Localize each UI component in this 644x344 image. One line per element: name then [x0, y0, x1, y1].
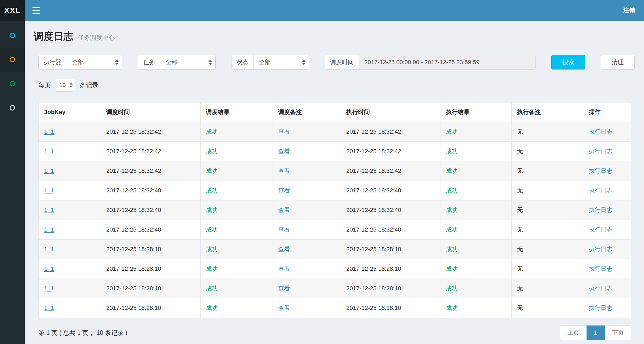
pagination: 上页 1 下页: [560, 325, 631, 340]
page-size-control: 每页 10 条记录: [25, 79, 644, 92]
jobkey-link[interactable]: 1_1: [44, 226, 54, 233]
jobkey-link[interactable]: 1_1: [44, 265, 54, 272]
page-title: 调度日志 任务调度中心: [34, 30, 631, 43]
trigger-msg-link[interactable]: 查看: [278, 167, 290, 174]
select-arrows-icon: [70, 83, 73, 87]
trigger-msg-link[interactable]: 查看: [278, 265, 290, 272]
trigger-time-text: 2017-12-25 18:32:40: [106, 207, 161, 213]
table-row: 1_12017-12-25 18:28:10成功查看2017-12-25 18:…: [39, 240, 631, 259]
status-select[interactable]: 全部: [254, 55, 309, 69]
trigger-msg-link[interactable]: 查看: [278, 226, 290, 233]
handle-time-text: 2017-12-25 18:32:40: [346, 226, 401, 233]
sidebar-item-3[interactable]: [0, 72, 25, 96]
table-cell: 2017-12-25 18:28:10: [101, 259, 200, 279]
job-select[interactable]: 全部: [160, 55, 215, 69]
trigger-msg-link[interactable]: 查看: [278, 187, 290, 194]
job-filter-group: 任务 全部: [138, 55, 216, 69]
column-header[interactable]: 调度时间: [101, 103, 200, 122]
jobkey-link[interactable]: 1_1: [44, 207, 54, 213]
table-cell: 2017-12-25 18:32:40: [341, 220, 440, 240]
table-cell: 成功: [440, 181, 512, 200]
table-cell: 执行日志: [583, 298, 631, 318]
clear-button[interactable]: 清理: [601, 55, 635, 69]
prev-page-button[interactable]: 上页: [560, 325, 587, 340]
trigger-time-range-input[interactable]: [359, 55, 536, 69]
table-cell: 2017-12-25 18:28:10: [341, 298, 440, 318]
exec-log-link[interactable]: 执行日志: [589, 285, 612, 292]
jobkey-link[interactable]: 1_1: [44, 187, 54, 194]
jobkey-link[interactable]: 1_1: [44, 148, 54, 155]
table-cell: 无: [512, 142, 583, 161]
handle-msg-text: 无: [517, 167, 523, 174]
trigger-msg-link[interactable]: 查看: [278, 246, 290, 252]
exec-log-link[interactable]: 执行日志: [589, 187, 612, 194]
table-cell: 成功: [200, 259, 273, 279]
column-header[interactable]: 操作: [583, 103, 631, 122]
exec-log-link[interactable]: 执行日志: [589, 167, 612, 174]
exec-log-link[interactable]: 执行日志: [589, 148, 612, 155]
table-cell: 执行日志: [583, 142, 631, 161]
table-cell: 2017-12-25 18:28:10: [341, 259, 440, 279]
app-logo[interactable]: XXL: [0, 0, 25, 21]
table-cell: 成功: [440, 259, 512, 279]
status-filter-label: 状态: [231, 55, 254, 69]
page-size-select[interactable]: 10: [56, 79, 75, 92]
trigger-time-text: 2017-12-25 18:32:40: [106, 187, 161, 194]
page-size-suffix: 条记录: [80, 81, 98, 89]
executor-select[interactable]: 全部: [67, 55, 122, 69]
handle-result-text: 成功: [446, 128, 458, 135]
search-button[interactable]: 搜索: [551, 55, 585, 69]
table-footer: 第 1 页 ( 总共 1 页， 10 条记录 ) 上页 1 下页: [25, 325, 644, 340]
table-cell: 1_1: [39, 240, 101, 259]
handle-result-text: 成功: [446, 246, 458, 252]
table-cell: 无: [512, 220, 583, 240]
table-cell: 成功: [200, 298, 273, 318]
column-header[interactable]: JobKey: [39, 103, 101, 122]
handle-result-text: 成功: [446, 226, 458, 233]
exec-log-link[interactable]: 执行日志: [589, 128, 612, 135]
current-page-button[interactable]: 1: [587, 325, 605, 340]
table-cell: 成功: [440, 220, 512, 240]
filter-bar: 执行器 全部 任务 全部 状态 全部: [25, 55, 644, 69]
status-filter-group: 状态 全部: [231, 55, 309, 69]
exec-log-link[interactable]: 执行日志: [589, 246, 612, 252]
trigger-msg-link[interactable]: 查看: [278, 285, 290, 292]
handle-result-text: 成功: [446, 207, 458, 213]
trigger-msg-link[interactable]: 查看: [278, 207, 290, 213]
column-header[interactable]: 执行时间: [341, 103, 440, 122]
sidebar-toggle-button[interactable]: [25, 0, 48, 21]
jobkey-link[interactable]: 1_1: [44, 128, 54, 135]
column-header[interactable]: 调度结果: [200, 103, 273, 122]
jobkey-link[interactable]: 1_1: [44, 246, 54, 252]
handle-result-text: 成功: [446, 167, 458, 174]
page-size-value: 10: [59, 82, 66, 88]
handle-msg-text: 无: [517, 285, 523, 292]
jobkey-link[interactable]: 1_1: [44, 305, 54, 311]
trigger-msg-link[interactable]: 查看: [278, 128, 290, 135]
table-cell: 成功: [200, 181, 273, 200]
trigger-msg-link[interactable]: 查看: [278, 148, 290, 155]
exec-log-link[interactable]: 执行日志: [589, 207, 612, 213]
sidebar-item-2[interactable]: [0, 47, 25, 72]
sidebar-item-1[interactable]: [0, 23, 25, 47]
table-cell: 2017-12-25 18:32:42: [101, 122, 200, 142]
column-header[interactable]: 调度备注: [273, 103, 341, 122]
exec-log-link[interactable]: 执行日志: [589, 305, 612, 311]
table-row: 1_12017-12-25 18:32:40成功查看2017-12-25 18:…: [39, 181, 631, 200]
table-cell: 无: [512, 298, 583, 318]
table-cell: 无: [512, 240, 583, 259]
table-cell: 执行日志: [583, 240, 631, 259]
column-header[interactable]: 执行结果: [440, 103, 512, 122]
next-page-button[interactable]: 下页: [605, 325, 631, 340]
jobkey-link[interactable]: 1_1: [44, 167, 54, 174]
table-body: 1_12017-12-25 18:32:42成功查看2017-12-25 18:…: [39, 122, 631, 318]
trigger-msg-link[interactable]: 查看: [278, 305, 290, 311]
jobkey-link[interactable]: 1_1: [44, 285, 54, 292]
logout-link[interactable]: 注销: [623, 6, 635, 14]
column-header[interactable]: 执行备注: [512, 103, 583, 122]
exec-log-link[interactable]: 执行日志: [589, 226, 612, 233]
sidebar-item-4[interactable]: [0, 96, 25, 120]
exec-log-link[interactable]: 执行日志: [589, 265, 612, 272]
top-navbar: XXL 注销: [0, 0, 644, 21]
main-content: 调度日志 任务调度中心 执行器 全部 任务 全部 状态: [25, 21, 644, 344]
